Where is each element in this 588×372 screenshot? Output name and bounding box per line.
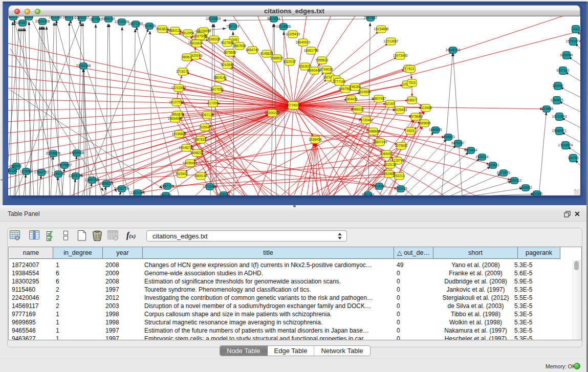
svg-text:53594: 53594 [200, 125, 209, 129]
svg-text:43342: 43342 [192, 41, 201, 45]
svg-text:8427552: 8427552 [210, 87, 224, 91]
svg-text:1362615: 1362615 [298, 64, 312, 68]
svg-text:8186328: 8186328 [207, 37, 221, 41]
svg-text:20691406: 20691406 [35, 19, 50, 23]
svg-text:15720407: 15720407 [359, 118, 374, 122]
svg-text:1093717: 1093717 [62, 16, 76, 19]
svg-text:16671355: 16671355 [128, 22, 143, 26]
svg-text:17942757: 17942757 [34, 170, 49, 174]
svg-text:12213389: 12213389 [171, 86, 186, 90]
svg-text:9329966: 9329966 [560, 53, 573, 57]
svg-text:2935114: 2935114 [476, 155, 489, 159]
svg-text:7986322: 7986322 [351, 107, 364, 111]
svg-text:20206576: 20206576 [46, 151, 61, 155]
svg-text:5322037: 5322037 [283, 60, 296, 63]
svg-text:3267130: 3267130 [201, 113, 214, 117]
svg-text:95663: 95663 [24, 16, 33, 18]
svg-text:10025453: 10025453 [393, 108, 407, 112]
svg-text:12505135: 12505135 [69, 174, 83, 178]
svg-text:9527508: 9527508 [221, 41, 234, 45]
svg-text:3215958: 3215958 [540, 107, 553, 111]
svg-text:16648784: 16648784 [446, 48, 461, 52]
svg-text:1640935: 1640935 [429, 128, 442, 132]
svg-text:6479197: 6479197 [451, 141, 465, 145]
svg-text:14099489: 14099489 [183, 161, 198, 165]
svg-text:19218586: 19218586 [276, 25, 291, 28]
svg-text:12213967: 12213967 [384, 39, 399, 43]
svg-text:10653257: 10653257 [75, 16, 90, 19]
svg-text:9657771: 9657771 [161, 184, 174, 188]
svg-text:924565: 924565 [531, 192, 542, 195]
svg-text:9699695: 9699695 [418, 121, 431, 125]
svg-text:7513: 7513 [407, 67, 415, 71]
svg-text:252214: 252214 [394, 174, 405, 178]
svg-text:10807487: 10807487 [372, 97, 386, 100]
svg-text:3624554: 3624554 [358, 90, 371, 94]
svg-text:39154: 39154 [8, 169, 17, 172]
svg-text:19166825: 19166825 [172, 132, 187, 136]
svg-text:2803144: 2803144 [213, 76, 227, 79]
svg-text:1498222: 1498222 [190, 151, 204, 155]
svg-text:9146821: 9146821 [260, 52, 273, 55]
svg-text:9575684: 9575684 [409, 115, 422, 118]
svg-text:1663308: 1663308 [49, 16, 62, 19]
svg-text:2364436: 2364436 [344, 97, 358, 101]
svg-text:7357224: 7357224 [226, 25, 239, 28]
svg-text:9660124: 9660124 [168, 29, 182, 32]
svg-text:9115460: 9115460 [420, 106, 432, 110]
svg-text:1405571: 1405571 [16, 21, 29, 25]
svg-text:16154808: 16154808 [374, 27, 389, 31]
svg-text:20053346: 20053346 [76, 64, 91, 68]
svg-text:1527602: 1527602 [89, 17, 102, 21]
svg-text:9245652: 9245652 [519, 186, 532, 189]
svg-text:4923: 4923 [407, 129, 415, 133]
svg-text:16210643: 16210643 [552, 115, 567, 118]
svg-text:10973493: 10973493 [393, 54, 408, 57]
svg-text:17957223: 17957223 [85, 178, 100, 182]
svg-text:6794028: 6794028 [320, 68, 333, 71]
svg-text:15716485: 15716485 [203, 185, 217, 188]
svg-text:10046738: 10046738 [179, 146, 194, 149]
svg-text:1115682: 1115682 [20, 169, 33, 173]
svg-text:9242848: 9242848 [221, 63, 234, 67]
svg-text:1028344: 1028344 [217, 193, 230, 195]
svg-text:16782759: 16782759 [115, 187, 129, 190]
svg-text:164223: 164223 [8, 16, 19, 18]
svg-text:13226058: 13226058 [197, 29, 211, 33]
svg-text:1938454: 1938454 [309, 138, 322, 141]
svg-text:10719155: 10719155 [115, 20, 129, 24]
svg-text:10654112: 10654112 [507, 179, 522, 182]
svg-text:417006: 417006 [207, 101, 219, 105]
svg-text:25300203: 25300203 [265, 111, 280, 115]
svg-text:3875685: 3875685 [223, 51, 236, 54]
svg-text:62160: 62160 [385, 102, 395, 105]
svg-text:9927505: 9927505 [193, 34, 207, 38]
svg-text:18640910: 18640910 [296, 40, 311, 44]
svg-text:16107552: 16107552 [169, 100, 184, 104]
svg-text:9227342: 9227342 [556, 69, 570, 72]
svg-text:7515526: 7515526 [143, 24, 156, 28]
svg-text:14136141: 14136141 [372, 184, 387, 188]
svg-text:53627: 53627 [407, 98, 417, 102]
svg-text:19654985: 19654985 [168, 117, 183, 120]
svg-text:12923446: 12923446 [130, 191, 145, 194]
svg-text:1145194: 1145194 [52, 172, 65, 176]
svg-text:2867608: 2867608 [233, 44, 246, 48]
svg-text:18724007: 18724007 [286, 103, 301, 107]
svg-text:9777169: 9777169 [333, 80, 346, 83]
svg-text:11325419: 11325419 [286, 32, 300, 36]
svg-text:1615132: 1615132 [383, 163, 397, 166]
svg-text:120938: 120938 [552, 84, 563, 87]
svg-text:10688609: 10688609 [366, 129, 381, 133]
svg-text:16961758: 16961758 [304, 49, 319, 52]
svg-text:15692971: 15692971 [552, 129, 567, 133]
svg-text:7955812: 7955812 [315, 58, 329, 62]
svg-text:8813054: 8813054 [267, 17, 280, 20]
svg-text:2718176: 2718176 [176, 70, 189, 73]
svg-text:1469144: 1469144 [194, 174, 207, 178]
svg-text:1588520: 1588520 [270, 56, 284, 60]
svg-text:15751074: 15751074 [566, 39, 580, 43]
svg-text:7625402: 7625402 [175, 172, 188, 176]
svg-text:8938923: 8938923 [442, 135, 455, 139]
svg-text:7515: 7515 [408, 81, 416, 84]
